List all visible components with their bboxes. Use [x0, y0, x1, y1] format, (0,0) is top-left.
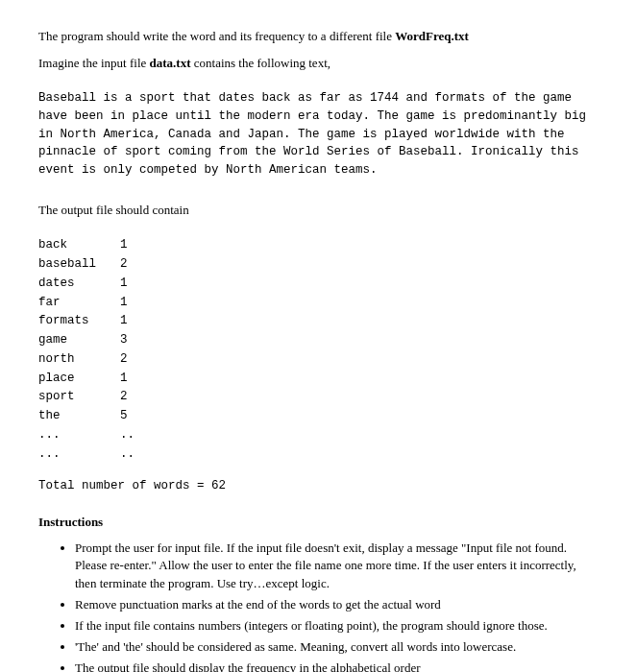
- word-cell: ...: [38, 445, 120, 465]
- count-cell: ..: [120, 426, 142, 445]
- count-cell: 5: [120, 407, 142, 426]
- intro-line-2b: contains the following text,: [191, 56, 331, 70]
- word-cell: far: [38, 294, 120, 313]
- list-item: If the input file contains numbers (inte…: [75, 617, 598, 636]
- table-row: baseball2: [38, 255, 142, 275]
- count-cell: 1: [120, 294, 142, 313]
- word-cell: game: [38, 331, 120, 350]
- count-cell: 1: [120, 370, 142, 389]
- instructions-list: Prompt the user for input file. If the i…: [38, 540, 598, 673]
- table-row: .....: [38, 426, 142, 445]
- table-row: far1: [38, 294, 142, 313]
- intro-line-1: The program should write the word and it…: [38, 27, 598, 46]
- intro-line-2: Imagine the input file data.txt contains…: [38, 54, 598, 73]
- instructions-heading: Instructions: [38, 513, 598, 532]
- count-cell: ..: [120, 445, 142, 465]
- list-item: Remove punctuation marks at the end of t…: [75, 596, 598, 614]
- count-cell: 1: [120, 275, 142, 294]
- list-item: 'The' and 'the' should be considered as …: [75, 638, 598, 657]
- table-row: dates1: [38, 275, 142, 294]
- word-cell: the: [38, 407, 120, 426]
- count-cell: 1: [120, 312, 142, 331]
- count-cell: 1: [120, 236, 142, 255]
- table-row: sport2: [38, 388, 142, 407]
- table-row: north2: [38, 350, 142, 370]
- word-cell: back: [38, 236, 120, 255]
- data-filename: data.txt: [150, 56, 191, 70]
- table-row: game3: [38, 331, 142, 350]
- table-row: place1: [38, 370, 142, 389]
- intro-line-1a: The program should write the word and it…: [38, 29, 395, 43]
- count-cell: 2: [120, 350, 142, 370]
- input-text-block: Baseball is a sport that dates back as f…: [38, 89, 598, 180]
- table-row: back1: [38, 236, 142, 255]
- word-cell: ...: [38, 426, 120, 445]
- wordfreq-filename: WordFreq.txt: [395, 29, 469, 43]
- word-cell: dates: [38, 275, 120, 294]
- word-cell: north: [38, 350, 120, 370]
- output-intro: The output file should contain: [38, 201, 598, 220]
- count-cell: 3: [120, 331, 142, 350]
- word-frequency-table: back1baseball2dates1far1formats1game3nor…: [38, 236, 142, 464]
- count-cell: 2: [120, 255, 142, 275]
- table-row: .....: [38, 445, 142, 465]
- word-cell: place: [38, 370, 120, 389]
- count-cell: 2: [120, 388, 142, 407]
- total-words-line: Total number of words = 62: [38, 477, 598, 495]
- list-item: Prompt the user for input file. If the i…: [75, 540, 598, 594]
- list-item: The output file should display the frequ…: [75, 660, 598, 672]
- word-cell: baseball: [38, 255, 120, 275]
- table-row: formats1: [38, 312, 142, 331]
- word-cell: sport: [38, 388, 120, 407]
- intro-line-2a: Imagine the input file: [38, 56, 150, 70]
- table-row: the5: [38, 407, 142, 426]
- word-cell: formats: [38, 312, 120, 331]
